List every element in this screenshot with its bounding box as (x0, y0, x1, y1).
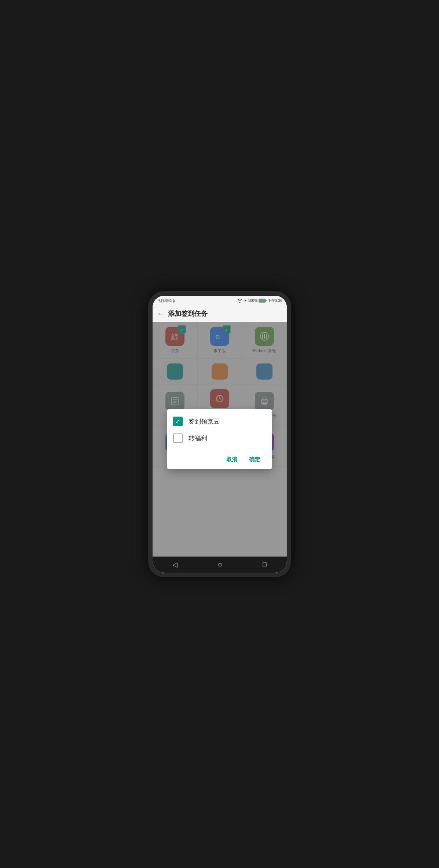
confirm-button[interactable]: 确定 (246, 455, 263, 465)
dialog-option-1[interactable]: ✓ 签到领京豆 (173, 417, 266, 426)
svg-rect-1 (259, 299, 265, 302)
back-nav-button[interactable]: ◁ (169, 558, 180, 572)
battery-icon (259, 299, 267, 303)
airplane-icon: ✈ (244, 298, 247, 303)
dialog-option-2[interactable]: 转福利 (173, 433, 266, 443)
phone-screen: 飞行模式 ψ ✈ 100% 下午3:36 ← 添加 (153, 296, 287, 573)
nav-bar: ◁ ○ □ (153, 557, 287, 573)
cancel-button[interactable]: 取消 (223, 455, 240, 465)
option-1-label: 签到领京豆 (189, 417, 220, 426)
home-nav-button[interactable]: ○ (215, 557, 225, 572)
status-bar: 飞行模式 ψ ✈ 100% 下午3:36 (153, 296, 287, 306)
option-2-label: 转福利 (189, 434, 207, 443)
status-right: ✈ 100% 下午3:36 (237, 298, 282, 303)
wifi-icon (237, 299, 242, 303)
recents-nav-button[interactable]: □ (260, 558, 270, 571)
main-content: 鲸 ✓ 京东 e ✓ 饿了么 (153, 322, 287, 557)
dialog: ✓ 签到领京豆 转福利 取消 确定 (167, 409, 272, 469)
back-button[interactable]: ← (157, 310, 164, 318)
time-label: 下午3:36 (268, 298, 282, 303)
dialog-actions: 取消 确定 (173, 450, 266, 469)
app-bar: ← 添加签到任务 (153, 306, 287, 322)
status-left: 飞行模式 ψ (157, 298, 175, 303)
page-title: 添加签到任务 (168, 309, 208, 318)
flight-mode-label: 飞行模式 ψ (157, 298, 175, 303)
battery-label: 100% (248, 299, 257, 303)
phone-frame: 飞行模式 ψ ✈ 100% 下午3:36 ← 添加 (148, 291, 291, 577)
checkbox-checked[interactable]: ✓ (173, 417, 183, 426)
svg-rect-2 (266, 300, 267, 302)
checkbox-unchecked[interactable] (173, 433, 183, 443)
dialog-overlay: ✓ 签到领京豆 转福利 取消 确定 (153, 322, 287, 557)
